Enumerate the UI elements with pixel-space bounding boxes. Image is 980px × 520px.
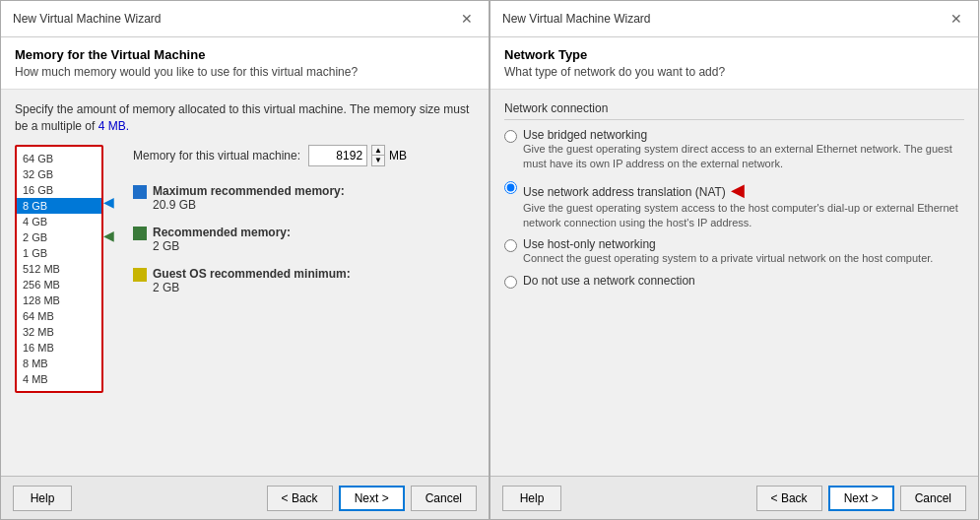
left-close-button[interactable]: ✕ xyxy=(457,9,477,29)
radio-nat[interactable] xyxy=(504,181,517,194)
right-back-button[interactable]: < Back xyxy=(756,486,822,511)
right-next-button[interactable]: Next > xyxy=(828,486,894,511)
right-header: Network Type What type of network do you… xyxy=(490,37,978,90)
memory-input-group: ▲ ▼ MB xyxy=(308,145,407,166)
memory-unit: MB xyxy=(389,149,407,162)
left-footer: Help < Back Next > Cancel xyxy=(1,476,489,519)
left-dialog-title: New Virtual Machine Wizard xyxy=(13,12,162,26)
slider-arrows: ◀◀ xyxy=(103,145,123,393)
left-description: Specify the amount of memory allocated t… xyxy=(15,101,475,135)
left-dialog: New Virtual Machine Wizard ✕ Memory for … xyxy=(0,0,490,520)
network-section-label: Network connection xyxy=(504,101,964,120)
memory-label: Memory for this virtual machine: xyxy=(133,149,300,162)
right-header-title: Network Type xyxy=(504,47,964,62)
left-content: Specify the amount of memory allocated t… xyxy=(1,90,489,476)
max-rec-text: Maximum recommended memory: 20.9 GB xyxy=(153,184,345,212)
rec-text: Recommended memory: 2 GB xyxy=(153,226,291,253)
blue-arrow-marker: ◀ xyxy=(103,194,114,210)
max-rec-label: Maximum recommended memory: xyxy=(153,184,345,198)
right-header-subtitle: What type of network do you want to add? xyxy=(504,65,964,79)
slider-item[interactable]: 2 GB xyxy=(17,229,101,245)
slider-item[interactable]: 1 GB xyxy=(17,245,101,261)
label-host_only[interactable]: Use host-only networking xyxy=(523,237,933,251)
right-content: Network connection Use bridged networkin… xyxy=(490,90,978,476)
slider-item[interactable]: 64 GB xyxy=(17,151,101,166)
left-back-button[interactable]: < Back xyxy=(267,486,333,511)
guest-min-value: 2 GB xyxy=(153,281,351,294)
right-panel: Memory for this virtual machine: ▲ ▼ MB … xyxy=(133,145,475,393)
right-help-button[interactable]: Help xyxy=(502,486,561,511)
slider-item[interactable]: 4 MB xyxy=(17,371,101,387)
left-header-subtitle: How much memory would you like to use fo… xyxy=(15,65,475,79)
radio-none[interactable] xyxy=(504,276,517,289)
desc-bridged: Give the guest operating system direct a… xyxy=(523,142,964,171)
right-dialog: New Virtual Machine Wizard ✕ Network Typ… xyxy=(490,0,979,520)
label-none[interactable]: Do not use a network connection xyxy=(523,274,695,288)
guest-min-label: Guest OS recommended minimum: xyxy=(153,267,351,281)
network-option-nat: Use network address translation (NAT) ◀G… xyxy=(504,179,964,230)
guest-color-box xyxy=(133,268,147,282)
network-option-host_only: Use host-only networkingConnect the gues… xyxy=(504,237,964,266)
left-header: Memory for the Virtual Machine How much … xyxy=(1,37,489,90)
memory-spin-down[interactable]: ▼ xyxy=(372,156,384,165)
network-option-none: Do not use a network connection xyxy=(504,274,964,289)
left-header-title: Memory for the Virtual Machine xyxy=(15,47,475,62)
slider-item[interactable]: 16 GB xyxy=(17,182,101,198)
slider-container: 64 GB32 GB16 GB8 GB4 GB2 GB1 GB512 MB256… xyxy=(15,145,123,393)
slider-item[interactable]: 4 GB xyxy=(17,214,101,229)
right-footer: Help < Back Next > Cancel xyxy=(490,476,978,519)
red-arrow-indicator: ◀ xyxy=(726,180,745,200)
network-option-bridged: Use bridged networkingGive the guest ope… xyxy=(504,128,964,171)
left-next-button[interactable]: Next > xyxy=(339,486,405,511)
label-nat[interactable]: Use network address translation (NAT) ◀ xyxy=(523,179,964,201)
slider-item[interactable]: 256 MB xyxy=(17,277,101,292)
slider-item[interactable]: 128 MB xyxy=(17,292,101,308)
max-rec-value: 20.9 GB xyxy=(153,198,345,212)
right-title-bar: New Virtual Machine Wizard ✕ xyxy=(490,1,978,37)
green-arrow-marker: ◀ xyxy=(103,228,114,243)
memory-spinbox[interactable]: ▲ ▼ xyxy=(371,145,385,166)
slider-item[interactable]: 8 MB xyxy=(17,356,101,371)
guest-min-text: Guest OS recommended minimum: 2 GB xyxy=(153,267,351,294)
memory-layout: 64 GB32 GB16 GB8 GB4 GB2 GB1 GB512 MB256… xyxy=(15,145,475,393)
rec-color-box xyxy=(133,227,147,240)
desc-nat: Give the guest operating system access t… xyxy=(523,201,964,230)
radio-bridged[interactable] xyxy=(504,130,517,143)
right-cancel-button[interactable]: Cancel xyxy=(900,486,966,511)
memory-input-row: Memory for this virtual machine: ▲ ▼ MB xyxy=(133,145,475,166)
slider-item[interactable]: 512 MB xyxy=(17,261,101,277)
right-close-button[interactable]: ✕ xyxy=(947,9,966,29)
desc-highlight: 4 MB. xyxy=(98,119,129,133)
max-rec-row: Maximum recommended memory: 20.9 GB xyxy=(133,184,475,212)
right-dialog-title: New Virtual Machine Wizard xyxy=(502,12,651,26)
slider-item[interactable]: 32 GB xyxy=(17,166,101,182)
rec-label: Recommended memory: xyxy=(153,226,291,239)
rec-value: 2 GB xyxy=(153,239,291,253)
rec-row: Recommended memory: 2 GB xyxy=(133,226,475,253)
max-color-box xyxy=(133,185,147,199)
radio-host_only[interactable] xyxy=(504,239,517,252)
slider-item[interactable]: 32 MB xyxy=(17,324,101,340)
guest-min-row: Guest OS recommended minimum: 2 GB xyxy=(133,267,475,294)
memory-input[interactable] xyxy=(308,145,367,166)
slider-item[interactable]: 16 MB xyxy=(17,340,101,356)
network-options: Use bridged networkingGive the guest ope… xyxy=(504,128,964,289)
slider-item[interactable]: 8 GB xyxy=(17,198,101,214)
desc-text: Specify the amount of memory allocated t… xyxy=(15,102,469,133)
slider-item[interactable]: 64 MB xyxy=(17,308,101,324)
label-bridged[interactable]: Use bridged networking xyxy=(523,128,964,142)
left-help-button[interactable]: Help xyxy=(13,486,72,511)
left-cancel-button[interactable]: Cancel xyxy=(411,486,477,511)
desc-host_only: Connect the guest operating system to a … xyxy=(523,251,933,266)
memory-slider[interactable]: 64 GB32 GB16 GB8 GB4 GB2 GB1 GB512 MB256… xyxy=(15,145,103,393)
memory-spin-up[interactable]: ▲ xyxy=(372,146,384,157)
left-title-bar: New Virtual Machine Wizard ✕ xyxy=(1,1,489,37)
